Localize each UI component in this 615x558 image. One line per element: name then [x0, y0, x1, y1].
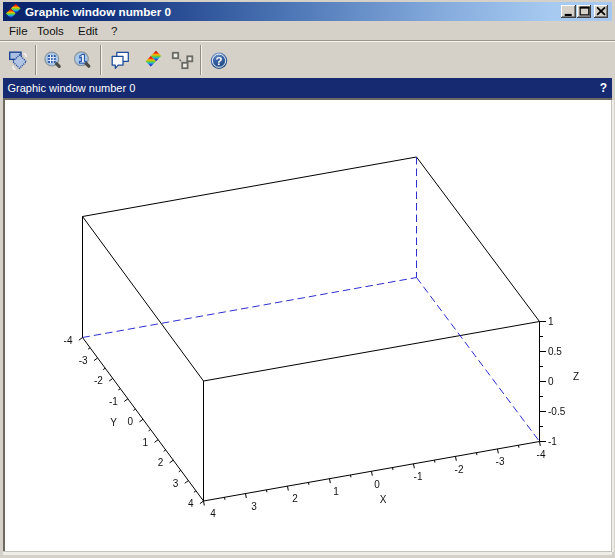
svg-text:0.5: 0.5	[548, 346, 562, 357]
svg-text:0: 0	[127, 416, 133, 427]
svg-text:Y: Y	[110, 417, 117, 428]
svg-text:1: 1	[548, 316, 554, 327]
svg-text:X: X	[380, 494, 387, 505]
svg-text:3: 3	[173, 478, 179, 489]
svg-text:2: 2	[292, 493, 298, 504]
svg-text:-4: -4	[537, 449, 546, 460]
svg-text:-0.5: -0.5	[548, 406, 566, 417]
svg-text:1: 1	[333, 486, 339, 497]
svg-text:4: 4	[210, 508, 216, 519]
svg-text:Z: Z	[573, 371, 579, 382]
svg-text:2: 2	[158, 457, 164, 468]
svg-text:0: 0	[374, 479, 380, 490]
svg-text:-1: -1	[548, 436, 557, 447]
svg-text:-3: -3	[496, 456, 505, 467]
svg-text:-2: -2	[455, 464, 464, 475]
svg-text:4: 4	[188, 498, 194, 509]
svg-text:-2: -2	[94, 375, 103, 386]
svg-text:-4: -4	[64, 335, 73, 346]
svg-text:-1: -1	[109, 396, 118, 407]
svg-text:1: 1	[143, 437, 149, 448]
svg-text:0: 0	[548, 376, 554, 387]
svg-text:-3: -3	[79, 355, 88, 366]
svg-text:3: 3	[251, 501, 257, 512]
svg-text:-1: -1	[414, 471, 423, 482]
